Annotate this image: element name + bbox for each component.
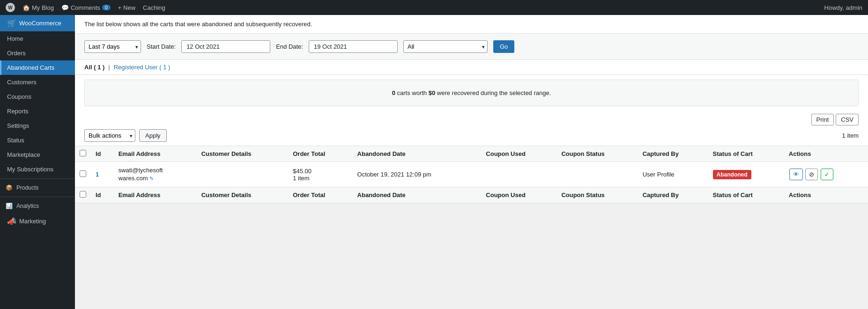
end-date-input[interactable]	[309, 40, 398, 53]
sidebar-item-my-subscriptions[interactable]: My Subscriptions	[0, 162, 75, 177]
td-captured-by: User Profile	[638, 162, 708, 187]
print-button[interactable]: Print	[811, 114, 834, 125]
comments-icon: 💬	[61, 4, 69, 11]
tf-customer-details: Customer Details	[197, 187, 289, 203]
th-customer-details: Customer Details	[197, 146, 289, 162]
recovery-summary: 0 carts worth $0 were recovered during t…	[84, 80, 859, 106]
apply-button[interactable]: Apply	[139, 129, 167, 142]
tab-filter-bar: All ( 1 ) | Registered User ( 1 )	[75, 60, 868, 75]
csv-button[interactable]: CSV	[836, 114, 859, 125]
email-address: swati@tychesoft	[119, 167, 192, 174]
td-email: swati@tychesoft wares.com ✎	[114, 162, 197, 187]
go-button[interactable]: Go	[493, 40, 514, 53]
td-checkbox	[75, 162, 91, 187]
sidebar-item-marketplace[interactable]: Marketplace	[0, 147, 75, 162]
item-count: 1 item	[842, 132, 859, 139]
abandoned-carts-table: Id Email Address Customer Details Order …	[75, 146, 868, 203]
th-email: Email Address	[114, 146, 197, 162]
sidebar: 🛒 WooCommerce Home Orders Abandoned Cart…	[0, 15, 75, 309]
bulk-actions-select[interactable]: Bulk actions Delete Mark as Lost	[84, 129, 135, 142]
tf-email: Email Address	[114, 187, 197, 203]
wp-logo[interactable]: W	[6, 3, 15, 12]
td-customer-details	[197, 162, 289, 187]
sidebar-item-status[interactable]: Status	[0, 133, 75, 147]
date-range-wrapper[interactable]: Last 7 days Last 30 days This Month Last…	[84, 40, 141, 53]
admin-bar-comments[interactable]: 💬 Comments 0	[61, 4, 111, 11]
status-filter-select[interactable]: All Abandoned Recovered Lost	[403, 40, 488, 53]
th-coupon-status: Coupon Status	[556, 146, 638, 162]
recover-button[interactable]: ✓	[821, 169, 833, 180]
sidebar-item-reports[interactable]: Reports	[0, 104, 75, 118]
admin-bar-new[interactable]: + New	[118, 4, 135, 11]
row-id-link[interactable]: 1	[96, 171, 99, 178]
th-actions: Actions	[784, 146, 868, 162]
sidebar-item-analytics[interactable]: 📊 Analytics	[0, 199, 75, 213]
th-captured-by: Captured By	[638, 146, 708, 162]
admin-bar-myblog[interactable]: 🏠 My Blog	[22, 4, 54, 11]
sidebar-item-products[interactable]: 📦 Products	[0, 181, 75, 195]
td-coupon-status	[556, 162, 638, 187]
admin-bar-howdy[interactable]: Howdy, admin	[824, 4, 862, 11]
th-status-of-cart: Status of Cart	[708, 146, 784, 162]
view-cart-button[interactable]: 👁	[789, 169, 803, 180]
th-id: Id	[91, 146, 114, 162]
td-order-total: $45.00 1 item	[288, 162, 352, 187]
table-row: 1 swati@tychesoft wares.com ✎ $45.00	[75, 162, 868, 187]
sidebar-item-woocommerce[interactable]: 🛒 WooCommerce	[0, 15, 75, 31]
td-abandoned-date: October 19, 2021 12:09 pm	[353, 162, 482, 187]
description-text: The list below shows all the carts that …	[84, 21, 312, 28]
tab-registered-user[interactable]: Registered User ( 1 )	[114, 64, 171, 71]
email-domain: wares.com ✎	[119, 175, 192, 182]
comment-count-badge: 0	[102, 5, 111, 10]
sidebar-item-coupons[interactable]: Coupons	[0, 89, 75, 104]
main-content: The list below shows all the carts that …	[75, 15, 868, 309]
filter-bar: Last 7 days Last 30 days This Month Last…	[75, 34, 868, 60]
td-actions: 👁 ⊘ ✓	[784, 162, 868, 187]
sidebar-item-settings[interactable]: Settings	[0, 118, 75, 133]
products-icon: 📦	[6, 184, 13, 191]
marketing-icon: 📣	[7, 217, 15, 226]
row-checkbox[interactable]	[80, 170, 86, 177]
bulk-actions-select-wrapper[interactable]: Bulk actions Delete Mark as Lost	[84, 129, 135, 142]
start-date-label: Start Date:	[147, 43, 176, 50]
sidebar-item-orders[interactable]: Orders	[0, 46, 75, 60]
td-id: 1	[91, 162, 114, 187]
sidebar-item-customers[interactable]: Customers	[0, 75, 75, 89]
tf-actions: Actions	[784, 187, 868, 203]
edit-email-icon[interactable]: ✎	[149, 176, 156, 182]
bulk-actions-wrapper: Bulk actions Delete Mark as Lost Apply	[84, 129, 167, 142]
select-all-checkbox[interactable]	[80, 150, 86, 156]
th-coupon-used: Coupon Used	[481, 146, 556, 162]
table-wrapper: Id Email Address Customer Details Order …	[75, 146, 868, 203]
woo-icon: 🛒	[7, 19, 15, 28]
tf-coupon-used: Coupon Used	[481, 187, 556, 203]
th-checkbox	[75, 146, 91, 162]
tf-status-of-cart: Status of Cart	[708, 187, 784, 203]
td-coupon-used	[481, 162, 556, 187]
tf-checkbox	[75, 187, 91, 203]
description-bar: The list below shows all the carts that …	[75, 15, 868, 34]
tf-id: Id	[91, 187, 114, 203]
tf-abandoned-date: Abandoned Date	[353, 187, 482, 203]
sidebar-item-abandoned-carts[interactable]: Abandoned Carts	[0, 60, 75, 75]
tab-all[interactable]: All ( 1 )	[84, 64, 104, 71]
print-csv-wrapper: Print CSV	[811, 114, 859, 125]
admin-bar-caching[interactable]: Caching	[143, 4, 165, 11]
status-filter-wrapper[interactable]: All Abandoned Recovered Lost	[403, 40, 488, 53]
home-icon: 🏠	[22, 4, 30, 11]
tab-separator: |	[108, 64, 110, 71]
sidebar-item-home[interactable]: Home	[0, 31, 75, 46]
td-status-of-cart: Abandoned	[708, 162, 784, 187]
admin-bar: W 🏠 My Blog 💬 Comments 0 + New Caching H…	[0, 0, 868, 15]
date-range-select[interactable]: Last 7 days Last 30 days This Month Last…	[84, 40, 141, 53]
unsubscribe-button[interactable]: ⊘	[805, 169, 818, 180]
tf-captured-by: Captured By	[638, 187, 708, 203]
th-order-total: Order Total	[288, 146, 352, 162]
tf-coupon-status: Coupon Status	[556, 187, 638, 203]
th-abandoned-date: Abandoned Date	[353, 146, 482, 162]
sidebar-item-marketing[interactable]: 📣 Marketing	[0, 213, 75, 229]
table-controls: Bulk actions Delete Mark as Lost Apply 1…	[75, 125, 868, 146]
start-date-input[interactable]	[181, 40, 270, 53]
status-badge: Abandoned	[713, 170, 751, 179]
select-all-checkbox-bottom[interactable]	[80, 191, 86, 198]
